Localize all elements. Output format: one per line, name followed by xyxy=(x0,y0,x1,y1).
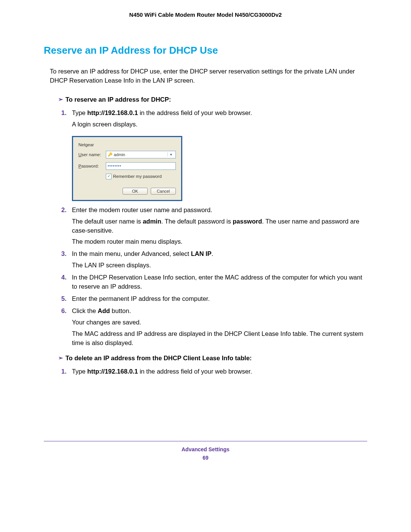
step-subtext: The modem router main menu displays. xyxy=(72,237,367,246)
step-subtext: A login screen displays. xyxy=(72,120,367,129)
key-icon: 🔑 xyxy=(108,152,112,157)
remember-label: Remember my password xyxy=(113,174,162,179)
procedure-steps-delete: 1. Type http://192.168.0.1 in the addres… xyxy=(44,367,367,376)
footer-section: Advanced Settings xyxy=(44,445,367,454)
procedure-title: To reserve an IP address for DHCP: xyxy=(65,96,171,103)
username-value: admin xyxy=(114,152,125,157)
password-field[interactable]: •••••••• xyxy=(106,162,176,170)
step-5: 5. Enter the permanent IP address for th… xyxy=(44,294,367,304)
procedure-steps-reserve-cont: 2. Enter the modem router user name and … xyxy=(44,206,367,348)
step-number: 2. xyxy=(61,206,67,215)
cancel-button[interactable]: Cancel xyxy=(151,188,176,195)
step-number: 4. xyxy=(61,273,67,282)
step-4: 4. In the DHCP Reservation Lease Info se… xyxy=(44,273,367,291)
footer-rule xyxy=(44,441,367,441)
step-subtext: The default user name is admin. The defa… xyxy=(72,217,367,235)
step-subtext: The LAN IP screen displays. xyxy=(72,261,367,270)
footer-page-number: 69 xyxy=(44,454,367,462)
procedure-title: To delete an IP address from the DHCP Cl… xyxy=(65,355,252,361)
ok-button[interactable]: OK xyxy=(123,188,148,195)
password-label: Password: xyxy=(78,164,106,168)
procedure-heading-delete: ➢To delete an IP address from the DHCP C… xyxy=(44,355,367,362)
step-text: In the DHCP Reservation Lease Info secti… xyxy=(72,274,362,290)
username-field[interactable]: 🔑 admin ▾ xyxy=(106,151,176,158)
step-text: Enter the permanent IP address for the c… xyxy=(72,295,210,302)
step-subtext: The MAC address and IP address are displ… xyxy=(72,329,367,348)
step-6: 6. Click the Add button. Your changes ar… xyxy=(44,307,367,348)
username-label: User name: xyxy=(78,152,106,157)
section-intro: To reserve an IP address for DHCP use, e… xyxy=(44,67,367,85)
step-1: 1. Type http://192.168.0.1 in the addres… xyxy=(44,367,367,376)
step-number: 1. xyxy=(61,109,67,118)
chevron-right-icon: ➢ xyxy=(58,96,63,103)
step-text: Click the Add button. xyxy=(72,307,131,314)
chevron-right-icon: ➢ xyxy=(58,355,63,361)
section-heading: Reserve an IP Address for DHCP Use xyxy=(44,45,367,56)
login-dialog: Netgear User name: 🔑 admin ▾ Password: •… xyxy=(72,136,182,201)
footer: Advanced Settings 69 xyxy=(44,445,367,462)
dialog-title: Netgear xyxy=(78,142,106,147)
step-text: Type http://192.168.0.1 in the address f… xyxy=(72,368,252,375)
step-number: 3. xyxy=(61,249,67,259)
chevron-down-icon[interactable]: ▾ xyxy=(167,152,174,157)
step-number: 1. xyxy=(61,367,67,376)
password-mask: •••••••• xyxy=(108,164,121,168)
step-subtext: Your changes are saved. xyxy=(72,318,367,327)
step-2: 2. Enter the modem router user name and … xyxy=(44,206,367,247)
step-1: 1. Type http://192.168.0.1 in the addres… xyxy=(44,109,367,129)
procedure-heading-reserve: ➢To reserve an IP address for DHCP: xyxy=(44,96,367,103)
doc-header-title: N450 WiFi Cable Modem Router Model N450/… xyxy=(44,11,367,18)
step-3: 3. In the main menu, under Advanced, sel… xyxy=(44,249,367,270)
step-number: 5. xyxy=(61,294,67,304)
step-text: Type http://192.168.0.1 in the address f… xyxy=(72,109,252,116)
remember-checkbox[interactable]: ✓ xyxy=(106,174,112,179)
step-text: In the main menu, under Advanced, select… xyxy=(72,250,213,257)
step-text: Enter the modem router user name and pas… xyxy=(72,206,212,213)
procedure-steps-reserve: 1. Type http://192.168.0.1 in the addres… xyxy=(44,109,367,129)
step-number: 6. xyxy=(61,307,67,316)
